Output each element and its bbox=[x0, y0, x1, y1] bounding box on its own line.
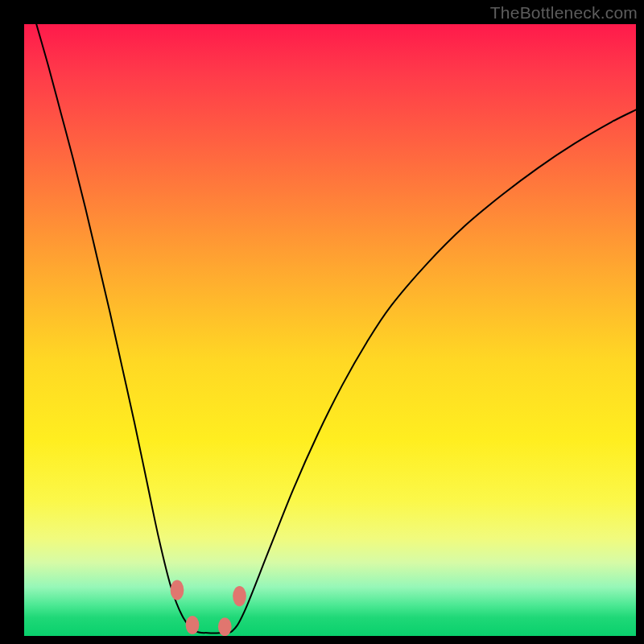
curve-marker bbox=[218, 617, 232, 636]
chart-plot-area bbox=[24, 24, 636, 636]
curve-line bbox=[36, 24, 636, 634]
curve-marker bbox=[233, 586, 246, 606]
curve-marker bbox=[171, 580, 184, 600]
curve-marker bbox=[186, 616, 200, 634]
bottleneck-curve bbox=[24, 24, 636, 636]
watermark-label: TheBottleneck.com bbox=[490, 3, 638, 23]
